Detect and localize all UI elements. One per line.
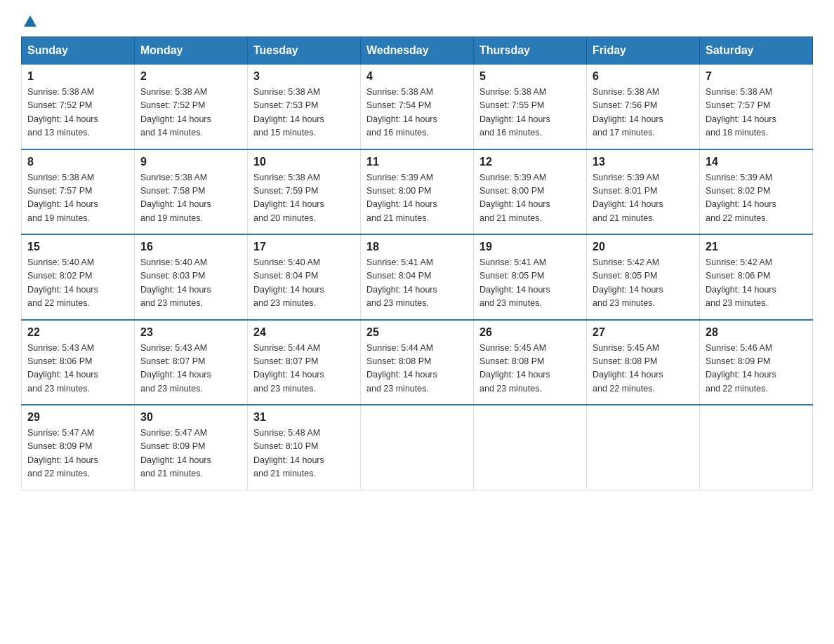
day-info: Sunrise: 5:40 AM Sunset: 8:03 PM Dayligh… <box>140 256 241 311</box>
calendar-cell: 19 Sunrise: 5:41 AM Sunset: 8:05 PM Dayl… <box>474 234 587 320</box>
calendar-cell: 31 Sunrise: 5:48 AM Sunset: 8:10 PM Dayl… <box>248 405 361 490</box>
day-info: Sunrise: 5:38 AM Sunset: 7:56 PM Dayligh… <box>593 86 694 140</box>
day-number: 17 <box>253 241 355 253</box>
day-number: 25 <box>366 326 468 339</box>
day-number: 14 <box>706 156 807 168</box>
calendar-cell <box>587 405 700 490</box>
day-number: 13 <box>593 156 694 168</box>
calendar-week-row: 1 Sunrise: 5:38 AM Sunset: 7:52 PM Dayli… <box>22 65 813 149</box>
day-number: 19 <box>479 241 581 253</box>
calendar-cell <box>361 405 474 490</box>
day-info: Sunrise: 5:41 AM Sunset: 8:05 PM Dayligh… <box>479 256 581 311</box>
day-info: Sunrise: 5:38 AM Sunset: 7:55 PM Dayligh… <box>479 86 581 140</box>
day-number: 18 <box>366 241 468 253</box>
day-info: Sunrise: 5:48 AM Sunset: 8:10 PM Dayligh… <box>253 427 355 481</box>
calendar-cell: 27 Sunrise: 5:45 AM Sunset: 8:08 PM Dayl… <box>587 320 700 405</box>
calendar-cell: 5 Sunrise: 5:38 AM Sunset: 7:55 PM Dayli… <box>474 65 587 149</box>
day-number: 9 <box>140 156 241 168</box>
calendar-cell: 13 Sunrise: 5:39 AM Sunset: 8:01 PM Dayl… <box>587 149 700 235</box>
day-number: 10 <box>253 156 355 168</box>
day-number: 21 <box>706 241 807 253</box>
column-header-sunday: Sunday <box>22 37 135 65</box>
day-number: 24 <box>253 326 355 339</box>
day-info: Sunrise: 5:39 AM Sunset: 8:02 PM Dayligh… <box>706 171 807 226</box>
day-info: Sunrise: 5:43 AM Sunset: 8:07 PM Dayligh… <box>140 342 241 396</box>
day-info: Sunrise: 5:42 AM Sunset: 8:06 PM Dayligh… <box>706 256 807 311</box>
calendar-cell: 22 Sunrise: 5:43 AM Sunset: 8:06 PM Dayl… <box>22 320 135 405</box>
calendar-cell: 20 Sunrise: 5:42 AM Sunset: 8:05 PM Dayl… <box>587 234 700 320</box>
calendar-cell: 26 Sunrise: 5:45 AM Sunset: 8:08 PM Dayl… <box>474 320 587 405</box>
day-number: 6 <box>593 70 694 83</box>
day-info: Sunrise: 5:45 AM Sunset: 8:08 PM Dayligh… <box>593 342 694 396</box>
calendar-cell: 29 Sunrise: 5:47 AM Sunset: 8:09 PM Dayl… <box>22 405 135 490</box>
calendar-cell: 9 Sunrise: 5:38 AM Sunset: 7:58 PM Dayli… <box>135 149 248 235</box>
column-header-saturday: Saturday <box>700 37 813 65</box>
column-header-wednesday: Wednesday <box>361 37 474 65</box>
svg-marker-0 <box>24 15 37 27</box>
calendar-cell: 10 Sunrise: 5:38 AM Sunset: 7:59 PM Dayl… <box>248 149 361 235</box>
calendar-cell: 17 Sunrise: 5:40 AM Sunset: 8:04 PM Dayl… <box>248 234 361 320</box>
day-number: 31 <box>253 411 355 424</box>
day-number: 12 <box>479 156 581 168</box>
day-info: Sunrise: 5:46 AM Sunset: 8:09 PM Dayligh… <box>706 342 807 396</box>
day-number: 20 <box>593 241 694 253</box>
calendar-week-row: 22 Sunrise: 5:43 AM Sunset: 8:06 PM Dayl… <box>22 320 813 405</box>
day-info: Sunrise: 5:47 AM Sunset: 8:09 PM Dayligh… <box>140 427 241 481</box>
day-number: 2 <box>140 70 241 83</box>
calendar-cell: 12 Sunrise: 5:39 AM Sunset: 8:00 PM Dayl… <box>474 149 587 235</box>
calendar-cell: 15 Sunrise: 5:40 AM Sunset: 8:02 PM Dayl… <box>22 234 135 320</box>
calendar-cell: 16 Sunrise: 5:40 AM Sunset: 8:03 PM Dayl… <box>135 234 248 320</box>
day-number: 28 <box>706 326 807 339</box>
day-number: 29 <box>27 411 128 424</box>
page-header <box>21 14 813 29</box>
day-info: Sunrise: 5:38 AM Sunset: 7:57 PM Dayligh… <box>706 86 807 140</box>
day-info: Sunrise: 5:38 AM Sunset: 7:53 PM Dayligh… <box>253 86 355 140</box>
calendar-cell: 6 Sunrise: 5:38 AM Sunset: 7:56 PM Dayli… <box>587 65 700 149</box>
calendar-header-row: SundayMondayTuesdayWednesdayThursdayFrid… <box>22 37 813 65</box>
column-header-monday: Monday <box>135 37 248 65</box>
day-number: 30 <box>140 411 241 424</box>
day-info: Sunrise: 5:38 AM Sunset: 7:58 PM Dayligh… <box>140 171 241 226</box>
calendar-cell <box>700 405 813 490</box>
day-info: Sunrise: 5:39 AM Sunset: 8:00 PM Dayligh… <box>479 171 581 226</box>
day-info: Sunrise: 5:44 AM Sunset: 8:07 PM Dayligh… <box>253 342 355 396</box>
calendar-cell: 11 Sunrise: 5:39 AM Sunset: 8:00 PM Dayl… <box>361 149 474 235</box>
day-info: Sunrise: 5:40 AM Sunset: 8:04 PM Dayligh… <box>253 256 355 311</box>
day-number: 26 <box>479 326 581 339</box>
day-number: 8 <box>27 156 128 168</box>
calendar-table: SundayMondayTuesdayWednesdayThursdayFrid… <box>21 36 813 490</box>
calendar-cell: 2 Sunrise: 5:38 AM Sunset: 7:52 PM Dayli… <box>135 65 248 149</box>
column-header-thursday: Thursday <box>474 37 587 65</box>
calendar-cell: 7 Sunrise: 5:38 AM Sunset: 7:57 PM Dayli… <box>700 65 813 149</box>
day-info: Sunrise: 5:39 AM Sunset: 8:01 PM Dayligh… <box>593 171 694 226</box>
calendar-cell: 3 Sunrise: 5:38 AM Sunset: 7:53 PM Dayli… <box>248 65 361 149</box>
logo-icon <box>22 14 38 29</box>
calendar-cell: 30 Sunrise: 5:47 AM Sunset: 8:09 PM Dayl… <box>135 405 248 490</box>
day-number: 27 <box>593 326 694 339</box>
day-info: Sunrise: 5:40 AM Sunset: 8:02 PM Dayligh… <box>27 256 128 311</box>
calendar-cell: 21 Sunrise: 5:42 AM Sunset: 8:06 PM Dayl… <box>700 234 813 320</box>
calendar-cell: 28 Sunrise: 5:46 AM Sunset: 8:09 PM Dayl… <box>700 320 813 405</box>
calendar-cell: 4 Sunrise: 5:38 AM Sunset: 7:54 PM Dayli… <box>361 65 474 149</box>
day-number: 23 <box>140 326 241 339</box>
day-number: 1 <box>27 70 128 83</box>
day-info: Sunrise: 5:39 AM Sunset: 8:00 PM Dayligh… <box>366 171 468 226</box>
calendar-cell: 25 Sunrise: 5:44 AM Sunset: 8:08 PM Dayl… <box>361 320 474 405</box>
day-info: Sunrise: 5:38 AM Sunset: 7:57 PM Dayligh… <box>27 171 128 226</box>
day-info: Sunrise: 5:43 AM Sunset: 8:06 PM Dayligh… <box>27 342 128 396</box>
day-number: 15 <box>27 241 128 253</box>
calendar-week-row: 29 Sunrise: 5:47 AM Sunset: 8:09 PM Dayl… <box>22 405 813 490</box>
day-number: 22 <box>27 326 128 339</box>
day-info: Sunrise: 5:45 AM Sunset: 8:08 PM Dayligh… <box>479 342 581 396</box>
day-info: Sunrise: 5:38 AM Sunset: 7:59 PM Dayligh… <box>253 171 355 226</box>
day-info: Sunrise: 5:44 AM Sunset: 8:08 PM Dayligh… <box>366 342 468 396</box>
calendar-cell: 24 Sunrise: 5:44 AM Sunset: 8:07 PM Dayl… <box>248 320 361 405</box>
day-number: 3 <box>253 70 355 83</box>
day-info: Sunrise: 5:38 AM Sunset: 7:52 PM Dayligh… <box>140 86 241 140</box>
calendar-cell: 14 Sunrise: 5:39 AM Sunset: 8:02 PM Dayl… <box>700 149 813 235</box>
day-info: Sunrise: 5:47 AM Sunset: 8:09 PM Dayligh… <box>27 427 128 481</box>
day-info: Sunrise: 5:38 AM Sunset: 7:52 PM Dayligh… <box>27 86 128 140</box>
day-number: 11 <box>366 156 468 168</box>
day-info: Sunrise: 5:41 AM Sunset: 8:04 PM Dayligh… <box>366 256 468 311</box>
day-number: 5 <box>479 70 581 83</box>
